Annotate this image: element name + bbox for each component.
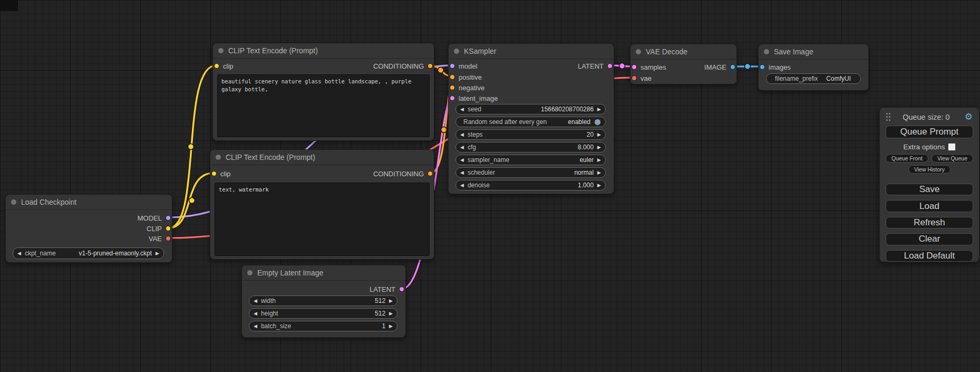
- decrement-arrow-icon[interactable]: [254, 311, 257, 316]
- prompt-textarea[interactable]: beautiful scenery nature glass bottle la…: [217, 74, 430, 137]
- negative-input-dot[interactable]: [450, 85, 455, 90]
- node-clip-text-encode-positive: CLIP Text Encode (Prompt) clip CONDITION…: [212, 43, 434, 141]
- cfg-widget[interactable]: cfg 8.000: [455, 142, 606, 152]
- node-title: Save Image: [774, 47, 813, 56]
- view-history-button[interactable]: View History: [908, 165, 950, 174]
- model-input-dot[interactable]: [450, 63, 455, 69]
- latent-output-dot[interactable]: [399, 287, 404, 292]
- collapse-dot-icon[interactable]: [764, 49, 769, 54]
- input-images: images: [760, 62, 791, 72]
- view-queue-button[interactable]: View Queue: [932, 154, 973, 163]
- extra-options-checkbox[interactable]: [948, 144, 955, 150]
- latent-image-input-dot[interactable]: [450, 96, 455, 101]
- link-dot: [745, 64, 751, 70]
- node-title-bar[interactable]: Empty Latent Image: [242, 265, 405, 281]
- decrement-arrow-icon[interactable]: [460, 132, 464, 137]
- increment-arrow-icon[interactable]: [597, 107, 601, 112]
- queue-prompt-button[interactable]: Queue Prompt: [886, 126, 973, 138]
- node-title-bar[interactable]: KSampler: [449, 44, 614, 59]
- output-clip: CLIP: [147, 223, 171, 234]
- height-widget[interactable]: height 512: [249, 308, 397, 319]
- refresh-button[interactable]: Refresh: [886, 217, 973, 228]
- save-button[interactable]: Save: [886, 184, 973, 195]
- node-clip-text-encode-negative: CLIP Text Encode (Prompt) clip CONDITION…: [210, 149, 434, 260]
- increment-arrow-icon[interactable]: [389, 311, 393, 316]
- decrement-arrow-icon[interactable]: [254, 324, 257, 329]
- prev-arrow-icon[interactable]: [17, 251, 21, 256]
- node-load-checkpoint: Load Checkpoint MODEL CLIP VAE ckpt_name…: [5, 194, 172, 263]
- next-arrow-icon[interactable]: [156, 251, 159, 256]
- images-input-dot[interactable]: [760, 64, 765, 70]
- denoise-widget[interactable]: denoise 1.000: [455, 180, 606, 190]
- collapse-dot-icon[interactable]: [454, 49, 459, 54]
- load-button[interactable]: Load: [886, 200, 973, 212]
- image-output-dot[interactable]: [730, 64, 735, 70]
- node-title-bar[interactable]: CLIP Text Encode (Prompt): [210, 150, 434, 165]
- queue-history-row: View History: [908, 165, 950, 174]
- output-conditioning: CONDITIONING: [373, 168, 433, 179]
- decrement-arrow-icon[interactable]: [460, 183, 464, 188]
- vae-input-dot[interactable]: [632, 75, 637, 81]
- conditioning-output-dot[interactable]: [428, 171, 433, 176]
- next-arrow-icon[interactable]: [597, 158, 601, 163]
- input-samples: samples: [632, 62, 666, 72]
- input-negative: negative: [450, 82, 484, 93]
- random-seed-toggle-widget[interactable]: Random seed after every gen enabled: [455, 117, 606, 127]
- node-title-bar[interactable]: Load Checkpoint: [6, 195, 172, 210]
- comfyui-canvas[interactable]: { "colors": { "model": "#b49cf0", "clip"…: [0, 0, 980, 372]
- seed-widget[interactable]: seed 156680208700286: [455, 104, 606, 115]
- load-default-button[interactable]: Load Default: [886, 250, 973, 262]
- extra-options-row: Extra options: [904, 143, 956, 151]
- prev-arrow-icon[interactable]: [460, 158, 464, 163]
- input-clip: clip: [211, 168, 231, 179]
- decrement-arrow-icon[interactable]: [460, 107, 464, 112]
- queue-front-button[interactable]: Queue Front: [886, 154, 928, 163]
- steps-widget[interactable]: steps 20: [455, 129, 606, 140]
- increment-arrow-icon[interactable]: [597, 183, 601, 188]
- link-dot: [619, 63, 625, 69]
- increment-arrow-icon[interactable]: [597, 145, 601, 150]
- output-latent: LATENT: [370, 284, 404, 294]
- latent-output-dot[interactable]: [607, 63, 613, 69]
- link-dot: [441, 127, 447, 133]
- positive-input-dot[interactable]: [450, 74, 455, 80]
- prompt-textarea[interactable]: text, watermark: [215, 183, 430, 256]
- width-widget[interactable]: width 512: [249, 295, 397, 306]
- increment-arrow-icon[interactable]: [597, 132, 601, 137]
- node-title-bar[interactable]: Save Image: [759, 44, 868, 60]
- queue-panel: Queue size: 0 ⚙ Queue Prompt Extra optio…: [879, 107, 979, 262]
- node-title-bar[interactable]: CLIP Text Encode (Prompt): [213, 43, 434, 59]
- clip-input-dot[interactable]: [211, 171, 217, 176]
- prev-arrow-icon[interactable]: [460, 170, 464, 175]
- decrement-arrow-icon[interactable]: [254, 299, 257, 303]
- sampler-name-widget[interactable]: sampler_name euler: [455, 155, 606, 165]
- collapse-dot-icon[interactable]: [247, 270, 253, 275]
- clip-output-dot[interactable]: [166, 226, 171, 231]
- node-ksampler: KSampler model LATENT positive negative …: [448, 43, 614, 194]
- vae-output-dot[interactable]: [166, 236, 171, 241]
- clip-input-dot[interactable]: [214, 63, 219, 69]
- collapse-dot-icon[interactable]: [218, 48, 224, 53]
- gear-icon[interactable]: ⚙: [965, 112, 973, 121]
- filename-prefix-widget[interactable]: filename_prefix ComfyUI: [766, 73, 861, 84]
- collapse-dot-icon[interactable]: [216, 155, 221, 160]
- next-arrow-icon[interactable]: [597, 170, 601, 175]
- samples-input-dot[interactable]: [632, 64, 637, 70]
- conditioning-output-dot[interactable]: [428, 63, 433, 69]
- collapse-dot-icon[interactable]: [11, 199, 16, 205]
- node-empty-latent-image: Empty Latent Image LATENT width 512 heig…: [241, 265, 406, 338]
- toggle-dot-icon[interactable]: [594, 119, 601, 126]
- output-model: MODEL: [138, 213, 171, 223]
- increment-arrow-icon[interactable]: [389, 299, 393, 303]
- collapse-dot-icon[interactable]: [636, 49, 641, 54]
- scheduler-widget[interactable]: scheduler normal: [455, 167, 606, 178]
- model-output-dot[interactable]: [166, 215, 171, 221]
- decrement-arrow-icon[interactable]: [460, 145, 464, 150]
- node-title-bar[interactable]: VAE Decode: [630, 44, 736, 60]
- extra-options-label: Extra options: [904, 143, 945, 151]
- ckpt-name-widget[interactable]: ckpt_name v1-5-pruned-emaonly.ckpt: [13, 247, 164, 259]
- node-title: Empty Latent Image: [257, 269, 323, 277]
- increment-arrow-icon[interactable]: [389, 324, 393, 329]
- clear-button[interactable]: Clear: [886, 233, 973, 245]
- batch-size-widget[interactable]: batch_size 1: [249, 321, 397, 331]
